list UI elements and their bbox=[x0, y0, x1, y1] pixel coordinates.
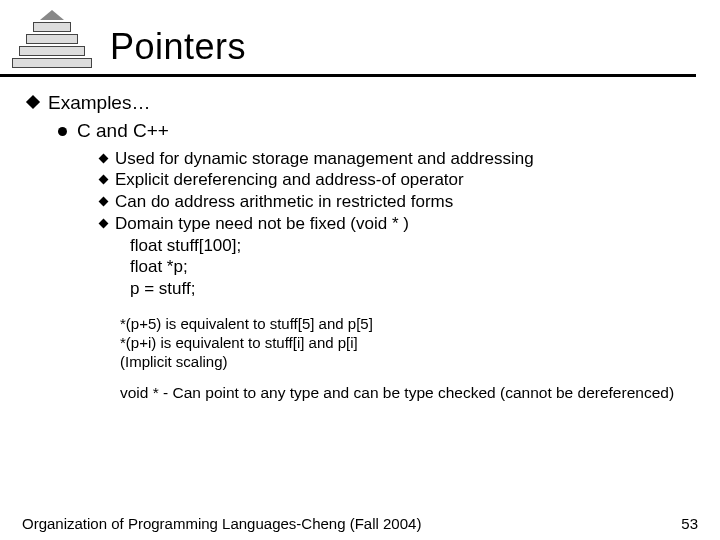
bullet-level3: Explicit dereferencing and address-of op… bbox=[100, 169, 696, 191]
slide-header: Pointers bbox=[0, 0, 720, 72]
bullet-level3: Used for dynamic storage management and … bbox=[100, 148, 696, 170]
code-line: p = stuff; bbox=[130, 278, 696, 300]
bullet-text: Explicit dereferencing and address-of op… bbox=[115, 170, 464, 189]
bullet-text: Examples… bbox=[48, 92, 150, 113]
small-diamond-icon bbox=[99, 175, 109, 185]
bullet-text: Can do address arithmetic in restricted … bbox=[115, 192, 453, 211]
code-line: float *p; bbox=[130, 256, 696, 278]
note-line: *(p+i) is equivalent to stuff[i] and p[i… bbox=[120, 333, 696, 352]
void-note: void * - Can point to any type and can b… bbox=[120, 383, 696, 403]
small-diamond-icon bbox=[99, 218, 109, 228]
small-diamond-icon bbox=[99, 197, 109, 207]
bullet-level2: C and C++ bbox=[58, 119, 696, 143]
disc-icon bbox=[58, 127, 67, 136]
page-number: 53 bbox=[681, 515, 698, 532]
slide-footer: Organization of Programming Languages-Ch… bbox=[22, 515, 698, 532]
note-line: *(p+5) is equivalent to stuff[5] and p[5… bbox=[120, 314, 696, 333]
bullet-text: Used for dynamic storage management and … bbox=[115, 149, 534, 168]
bullet-level1: Examples… bbox=[28, 91, 696, 115]
bullet-text: C and C++ bbox=[77, 120, 169, 141]
footer-text: Organization of Programming Languages-Ch… bbox=[22, 515, 421, 532]
note-line: (Implicit scaling) bbox=[120, 352, 696, 371]
small-diamond-icon bbox=[99, 153, 109, 163]
slide-content: Examples… C and C++ Used for dynamic sto… bbox=[0, 77, 720, 403]
slide-title: Pointers bbox=[110, 26, 246, 68]
bullet-level3: Can do address arithmetic in restricted … bbox=[100, 191, 696, 213]
code-line: float stuff[100]; bbox=[130, 235, 696, 257]
bullet-level3: Domain type need not be fixed (void * ) bbox=[100, 213, 696, 235]
diamond-icon bbox=[26, 95, 40, 109]
pyramid-icon bbox=[8, 8, 96, 72]
bullet-text: Domain type need not be fixed (void * ) bbox=[115, 214, 409, 233]
